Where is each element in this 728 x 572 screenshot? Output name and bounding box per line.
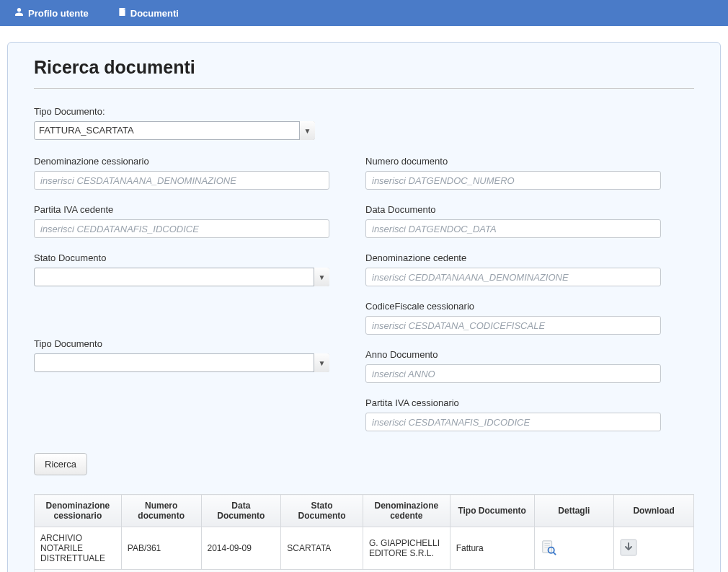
results-table: Denominazione cessionario Numero documen… (34, 494, 694, 570)
label-data-documento: Data Documento (365, 204, 661, 215)
top-nav: Profilo utente Documenti (0, 0, 728, 26)
cell-numero-documento: PAB/361 (121, 527, 201, 570)
label-denominazione-cedente: Denominazione cedente (365, 252, 661, 263)
user-icon (14, 7, 24, 19)
page-title: Ricerca documenti (34, 57, 694, 89)
field-numero-documento: Numero documento (365, 156, 661, 190)
label-tipo-documento-top: Tipo Documento: (34, 106, 694, 117)
label-tipo-documento-bottom: Tipo Documento (34, 338, 329, 349)
th-numero-documento[interactable]: Numero documento (121, 495, 201, 527)
cell-tipo-documento: Fattura (450, 527, 534, 570)
page-wrapper: Ricerca documenti Tipo Documento: FATTUR… (0, 26, 728, 572)
input-data-documento[interactable] (365, 219, 661, 238)
input-denominazione-cessionario[interactable] (34, 171, 329, 190)
input-partita-iva-cessionario[interactable] (365, 413, 661, 431)
download-icon[interactable] (620, 539, 637, 558)
th-tipo-documento[interactable]: Tipo Documento (450, 495, 534, 527)
form-col-right: Numero documento Data Documento Denomina… (365, 156, 661, 446)
nav-documents-label: Documenti (130, 8, 179, 19)
th-dettagli: Dettagli (534, 495, 614, 527)
document-icon (117, 7, 126, 19)
nav-profile-label: Profilo utente (28, 8, 89, 19)
label-stato-documento: Stato Documento (34, 252, 329, 263)
label-anno-documento: Anno Documento (365, 349, 661, 360)
svg-line-6 (553, 552, 556, 555)
main-panel: Ricerca documenti Tipo Documento: FATTUR… (7, 42, 721, 572)
field-denominazione-cessionario: Denominazione cessionario (34, 156, 329, 190)
label-partita-iva-cedente: Partita IVA cedente (34, 204, 329, 215)
input-denominazione-cedente[interactable] (365, 268, 661, 286)
table-header-row: Denominazione cessionario Numero documen… (35, 495, 694, 527)
select-stato-documento[interactable]: ▼ (34, 268, 329, 286)
form-col-left: Denominazione cessionario Partita IVA ce… (34, 156, 329, 446)
label-numero-documento: Numero documento (365, 156, 661, 167)
select-tipo-documento-bottom-value (34, 353, 329, 372)
th-data-documento[interactable]: Data Documento (201, 495, 281, 527)
select-tipo-documento-top[interactable]: FATTURA_SCARTATA ▼ (34, 121, 315, 140)
field-codice-fiscale-cessionario: CodiceFiscale cessionario (365, 301, 661, 335)
cell-data-documento: 2014-09-09 (201, 527, 281, 570)
select-tipo-documento-bottom[interactable]: ▼ (34, 353, 329, 372)
th-stato-documento[interactable]: Stato Documento (281, 495, 363, 527)
field-partita-iva-cedente: Partita IVA cedente (34, 204, 329, 238)
cell-dettagli (534, 527, 614, 570)
form-columns: Denominazione cessionario Partita IVA ce… (34, 156, 694, 446)
detail-icon[interactable] (541, 540, 556, 558)
search-button[interactable]: Ricerca (34, 453, 87, 475)
field-tipo-documento-top: Tipo Documento: FATTURA_SCARTATA ▼ (34, 106, 694, 140)
nav-documents[interactable]: Documenti (117, 7, 179, 19)
cell-denominazione-cessionario: ARCHIVIO NOTARILE DISTRETTUALE (35, 527, 122, 570)
nav-profile[interactable]: Profilo utente (14, 7, 89, 19)
select-tipo-documento-top-value: FATTURA_SCARTATA (34, 121, 315, 140)
input-codice-fiscale-cessionario[interactable] (365, 316, 661, 335)
field-tipo-documento-bottom: Tipo Documento ▼ (34, 338, 329, 372)
select-stato-documento-value (34, 268, 329, 286)
input-numero-documento[interactable] (365, 171, 661, 190)
cell-download (614, 527, 694, 570)
field-partita-iva-cessionario: Partita IVA cessionario (365, 397, 661, 431)
label-codice-fiscale-cessionario: CodiceFiscale cessionario (365, 301, 661, 312)
th-denominazione-cessionario[interactable]: Denominazione cessionario (35, 495, 122, 527)
input-partita-iva-cedente[interactable] (34, 219, 329, 238)
field-data-documento: Data Documento (365, 204, 661, 238)
th-denominazione-cedente[interactable]: Denominazione cedente (363, 495, 450, 527)
table-row: ARCHIVIO NOTARILE DISTRETTUALE PAB/361 2… (35, 527, 694, 570)
cell-stato-documento: SCARTATA (281, 527, 363, 570)
cell-denominazione-cedente: G. GIAPPICHELLI EDITORE S.R.L. (363, 527, 450, 570)
field-anno-documento: Anno Documento (365, 349, 661, 383)
field-denominazione-cedente: Denominazione cedente (365, 252, 661, 286)
field-stato-documento: Stato Documento ▼ (34, 252, 329, 286)
th-download: Download (614, 495, 694, 527)
label-partita-iva-cessionario: Partita IVA cessionario (365, 397, 661, 408)
input-anno-documento[interactable] (365, 364, 661, 383)
label-denominazione-cessionario: Denominazione cessionario (34, 156, 329, 167)
